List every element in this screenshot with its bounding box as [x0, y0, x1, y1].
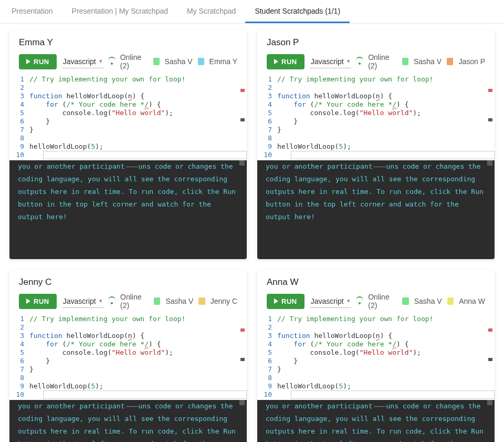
- user-swatch-teacher: [402, 297, 409, 305]
- online-count: Online (2): [120, 293, 149, 310]
- user-swatch-student: [447, 58, 453, 65]
- chevron-down-icon: ▾: [99, 297, 102, 304]
- editor-toolbar: RUNJavascript▾Online (2)Sasha VJason P: [257, 53, 495, 74]
- play-icon: [274, 299, 278, 304]
- scrollbar-thumb[interactable]: [239, 400, 245, 405]
- tab-presentation[interactable]: Presentation: [2, 0, 62, 23]
- tab-my-scratchpad[interactable]: My Scratchpad: [177, 0, 245, 23]
- student-name: Anna W: [257, 270, 495, 293]
- student-name: Jason P: [257, 30, 495, 53]
- student-name-toolbar: Jason P: [458, 57, 485, 66]
- teacher-name: Sasha V: [414, 57, 442, 66]
- language-label: Javascript: [63, 297, 96, 305]
- output-console[interactable]: you or another participantuns code or ch…: [9, 400, 247, 442]
- editor-toolbar: RUNJavascript▾Online (2)Sasha VAnna W: [257, 293, 495, 314]
- student-name-toolbar: Emma Y: [209, 57, 237, 66]
- output-console[interactable]: you or another participantuns code or ch…: [257, 400, 495, 442]
- language-select[interactable]: Javascript▾: [62, 295, 103, 308]
- chevron-down-icon: ▾: [347, 58, 350, 65]
- user-swatch-student: [198, 297, 205, 305]
- wifi-icon: [109, 58, 115, 65]
- run-button[interactable]: RUN: [19, 54, 57, 69]
- wifi-icon: [356, 298, 363, 304]
- tab-presentation-my-scratchpad[interactable]: Presentation | My Scratchpad: [62, 0, 177, 23]
- tab-bar: Presentation Presentation | My Scratchpa…: [0, 0, 504, 24]
- language-label: Javascript: [63, 57, 96, 66]
- play-icon: [26, 59, 30, 64]
- scratchpad-card: Jenny CRUNJavascript▾Online (2)Sasha VJe…: [9, 270, 247, 442]
- code-area[interactable]: // Try implementing your own for loop! f…: [29, 314, 247, 400]
- editor-toolbar: RUNJavascript▾Online (2)Sasha VEmma Y: [9, 53, 247, 74]
- run-label: RUN: [34, 58, 49, 66]
- run-label: RUN: [281, 297, 297, 305]
- run-button[interactable]: RUN: [267, 294, 304, 309]
- language-label: Javascript: [311, 297, 344, 305]
- run-label: RUN: [34, 297, 49, 305]
- code-area[interactable]: // Try implementing your own for loop! f…: [29, 74, 247, 160]
- teacher-name: Sasha V: [165, 57, 193, 66]
- user-swatch-teacher: [402, 58, 408, 65]
- teacher-name: Sasha V: [414, 297, 442, 305]
- language-label: Javascript: [311, 57, 344, 66]
- code-editor[interactable]: 12345678910// Try implementing your own …: [9, 74, 247, 160]
- line-gutter: 12345678910: [257, 314, 277, 400]
- line-gutter: 12345678910: [9, 74, 29, 160]
- wifi-icon: [356, 58, 363, 65]
- scrollbar-thumb[interactable]: [487, 400, 492, 405]
- code-area[interactable]: // Try implementing your own for loop! f…: [277, 74, 495, 160]
- scratchpad-card: Emma YRUNJavascript▾Online (2)Sasha VEmm…: [9, 30, 247, 259]
- line-gutter: 12345678910: [9, 314, 29, 400]
- output-console[interactable]: you or another participantuns code or ch…: [257, 160, 495, 259]
- scrollbar-thumb[interactable]: [239, 160, 245, 166]
- play-icon: [274, 59, 278, 64]
- code-editor[interactable]: 12345678910// Try implementing your own …: [9, 314, 247, 400]
- student-name: Emma Y: [9, 30, 247, 53]
- tab-student-scratchpads[interactable]: Student Scratchpads (1/1): [245, 0, 350, 23]
- run-label: RUN: [281, 58, 297, 66]
- run-button[interactable]: RUN: [267, 54, 304, 69]
- teacher-name: Sasha V: [165, 297, 193, 305]
- scrollbar-thumb[interactable]: [487, 160, 492, 166]
- language-select[interactable]: Javascript▾: [310, 55, 351, 68]
- student-name-toolbar: Jenny C: [211, 297, 237, 305]
- user-swatch-student: [198, 58, 204, 65]
- chevron-down-icon: ▾: [347, 297, 350, 304]
- online-count: Online (2): [120, 53, 148, 70]
- wifi-icon: [109, 298, 115, 304]
- chevron-down-icon: ▾: [99, 58, 102, 65]
- student-name: Jenny C: [9, 270, 247, 293]
- user-swatch-student: [447, 297, 454, 305]
- run-button[interactable]: RUN: [19, 294, 57, 309]
- online-count: Online (2): [368, 293, 397, 310]
- student-name-toolbar: Anna W: [459, 297, 485, 305]
- language-select[interactable]: Javascript▾: [310, 295, 351, 308]
- editor-toolbar: RUNJavascript▾Online (2)Sasha VJenny C: [9, 293, 247, 314]
- language-select[interactable]: Javascript▾: [62, 55, 103, 68]
- scratchpad-card: Anna WRUNJavascript▾Online (2)Sasha VAnn…: [257, 270, 495, 442]
- code-editor[interactable]: 12345678910// Try implementing your own …: [257, 74, 495, 160]
- user-swatch-teacher: [153, 58, 160, 65]
- play-icon: [26, 299, 30, 304]
- user-swatch-teacher: [154, 297, 160, 305]
- code-area[interactable]: // Try implementing your own for loop! f…: [277, 314, 495, 400]
- output-console[interactable]: you or another participantuns code or ch…: [9, 160, 247, 259]
- online-count: Online (2): [368, 53, 397, 70]
- code-editor[interactable]: 12345678910// Try implementing your own …: [257, 314, 495, 400]
- scratchpad-grid: Emma YRUNJavascript▾Online (2)Sasha VEmm…: [0, 24, 504, 442]
- scratchpad-card: Jason PRUNJavascript▾Online (2)Sasha VJa…: [257, 30, 495, 259]
- line-gutter: 12345678910: [257, 74, 277, 160]
